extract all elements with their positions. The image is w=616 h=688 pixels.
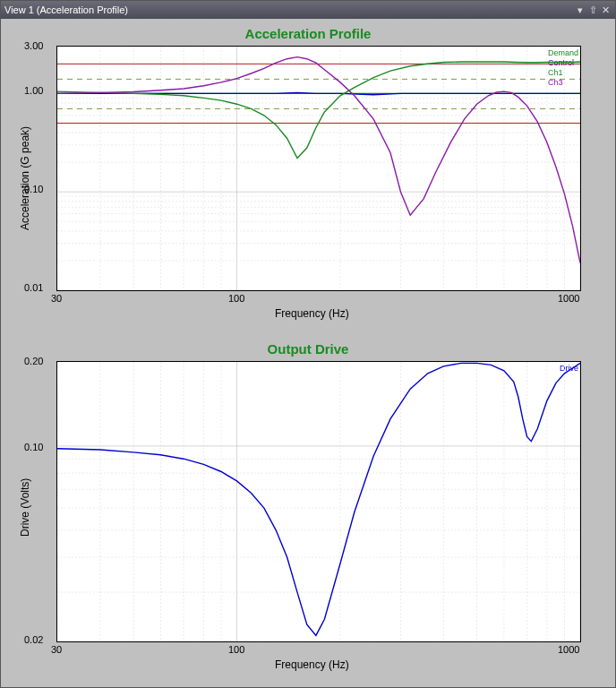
ytick: 0.01 xyxy=(24,282,43,293)
ylabel-drive: Drive (Volts) xyxy=(19,478,31,537)
chart-title-drive: Output Drive xyxy=(6,341,610,357)
xlabel-drive: Frequency (Hz) xyxy=(275,658,349,671)
ytick: 0.02 xyxy=(24,634,43,645)
xtick: 30 xyxy=(51,293,62,304)
dropdown-icon[interactable]: ▾ xyxy=(574,4,586,16)
ytick: 3.00 xyxy=(24,40,43,51)
ytick: 0.10 xyxy=(24,442,43,452)
acceleration-panel: Acceleration Profile Demand Control Ch1 … xyxy=(6,24,610,332)
acceleration-plot-area: Demand Control Ch1 Ch3 xyxy=(56,46,581,291)
xtick: 100 xyxy=(228,644,244,655)
xtick: 30 xyxy=(51,644,62,655)
chart-title-acceleration: Acceleration Profile xyxy=(6,26,610,42)
xtick: 100 xyxy=(228,293,244,304)
window-titlebar: View 1 (Acceleration Profile) ▾ ⇧ ✕ xyxy=(1,1,615,19)
close-icon[interactable]: ✕ xyxy=(599,4,612,16)
window-title: View 1 (Acceleration Profile) xyxy=(4,4,574,15)
pin-icon[interactable]: ⇧ xyxy=(586,4,599,16)
ytick: 0.20 xyxy=(24,356,43,366)
window: View 1 (Acceleration Profile) ▾ ⇧ ✕ Acce… xyxy=(0,0,616,688)
xtick: 1000 xyxy=(558,644,579,655)
xtick: 1000 xyxy=(558,293,579,304)
ytick: 1.00 xyxy=(24,85,43,96)
drive-plot-area: Drive xyxy=(56,361,581,642)
ylabel-acceleration: Acceleration (G peak) xyxy=(19,126,31,230)
drive-panel: Output Drive Drive B 0.20 0.10 0.02 30 1… xyxy=(6,340,610,682)
xlabel-acceleration: Frequency (Hz) xyxy=(275,307,349,320)
